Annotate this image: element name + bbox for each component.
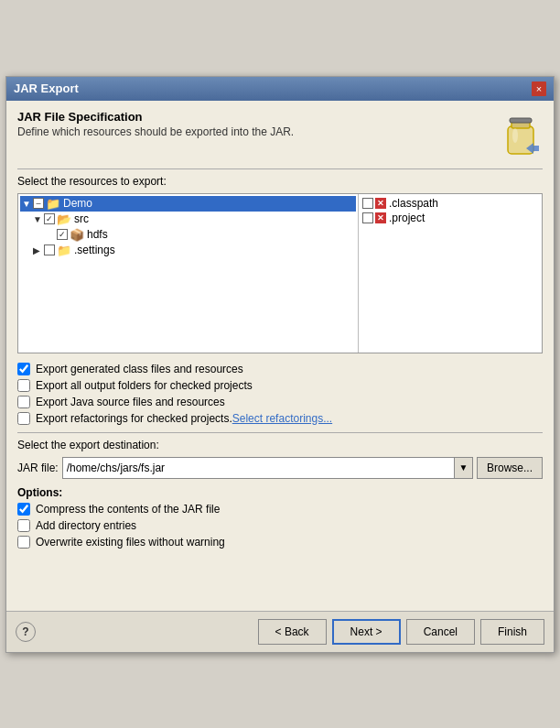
browse-button[interactable]: Browse... [477,457,543,479]
dialog-heading: JAR File Specification [17,110,294,124]
expand-arrow-settings: ▶ [33,245,44,255]
finish-button[interactable]: Finish [480,619,544,645]
header-text: JAR File Specification Define which reso… [17,110,294,138]
label-overwrite: Overwrite existing files without warning [36,536,225,549]
checkbox-classpath[interactable] [362,198,373,209]
checkbox-overwrite[interactable] [17,536,30,549]
options-label: Options: [17,486,543,499]
tree-item-demo[interactable]: ▼ – 📁 Demo [20,196,356,212]
x-icon-project: ✕ [375,212,386,223]
tree-panel-left[interactable]: ▼ – 📁 Demo ▼ ✓ 📂 src ✓ [18,194,359,353]
right-label-classpath: .classpath [389,197,438,210]
checkbox-hdfs[interactable]: ✓ [57,229,68,240]
bottom-buttons: < Back Next > Cancel Finish [258,619,544,645]
jar-icon [499,110,543,161]
tree-label-settings: .settings [74,244,115,256]
jar-file-row: JAR file: ▼ Browse... [17,457,543,479]
svg-rect-2 [510,118,532,123]
bottom-bar: ? < Back Next > Cancel Finish [6,611,554,652]
separator-1 [17,168,543,169]
checkbox-export-refactorings[interactable] [17,412,30,425]
cancel-button[interactable]: Cancel [406,619,475,645]
option-compress: Compress the contents of the JAR file [17,503,543,516]
right-label-project: .project [389,212,425,224]
x-icon-classpath: ✕ [375,198,386,209]
label-export-class-files: Export generated class files and resourc… [36,363,243,375]
checkbox-src[interactable]: ✓ [44,213,55,224]
resources-section: Select the resources to export: ▼ – 📁 De… [17,175,543,353]
checkbox-export-java-source[interactable] [17,396,30,408]
jar-file-input[interactable] [63,458,454,478]
destination-section: Select the export destination: JAR file:… [17,439,543,479]
tree-label-hdfs: hdfs [87,228,108,241]
checkbox-settings[interactable] [44,244,55,255]
option-overwrite: Overwrite existing files without warning [17,536,543,549]
separator-2 [17,432,543,433]
checkbox-export-class-files[interactable] [17,363,30,375]
right-item-classpath[interactable]: ✕ .classpath [361,196,540,211]
tree-item-src[interactable]: ▼ ✓ 📂 src [20,212,356,227]
label-compress: Compress the contents of the JAR file [36,503,220,516]
dialog-subtitle: Define which resources should be exporte… [17,125,294,138]
help-button[interactable]: ? [16,622,36,642]
expand-arrow-src: ▼ [33,214,44,224]
jar-dropdown-button[interactable]: ▼ [454,458,472,478]
tree-item-hdfs[interactable]: ✓ 📦 hdfs [20,227,356,243]
folder-icon-demo: 📁 [46,197,60,211]
tree-panel-right[interactable]: ✕ .classpath ✕ .project [359,194,542,353]
option-export-java-source: Export Java source files and resources [17,396,543,408]
export-checkboxes-section: Export generated class files and resourc… [17,363,543,425]
checkbox-project[interactable] [362,212,373,223]
option-export-class-files: Export generated class files and resourc… [17,363,543,375]
destination-label: Select the export destination: [17,439,543,451]
option-add-directory: Add directory entries [17,519,543,532]
next-button[interactable]: Next > [332,619,401,645]
checkbox-compress[interactable] [17,503,30,516]
checkbox-demo[interactable]: – [33,198,44,209]
title-bar: JAR Export × [6,77,554,101]
option-export-refactorings: Export refactorings for checked projects… [17,412,543,425]
folder-icon-hdfs: 📦 [70,228,84,242]
label-export-java-source: Export Java source files and resources [36,396,225,408]
label-add-directory: Add directory entries [36,519,136,532]
tree-label-src: src [74,212,89,225]
tree-panel-container: ▼ – 📁 Demo ▼ ✓ 📂 src ✓ [17,193,543,353]
jar-options-section: Options: Compress the contents of the JA… [17,486,543,549]
folder-icon-settings: 📁 [57,244,71,257]
label-export-refactorings: Export refactorings for checked projects… [36,412,232,425]
tree-item-settings[interactable]: ▶ 📁 .settings [20,243,356,258]
spacer [6,565,554,611]
jar-export-dialog: JAR Export × JAR File Specification Defi… [5,76,555,653]
option-export-output-folders: Export all output folders for checked pr… [17,379,543,392]
expand-arrow-demo: ▼ [22,199,33,209]
folder-icon-src: 📂 [57,212,71,226]
back-button[interactable]: < Back [258,619,327,645]
tree-label-demo: Demo [63,197,92,210]
close-button[interactable]: × [532,81,546,96]
right-item-project[interactable]: ✕ .project [361,211,540,225]
dialog-title: JAR Export [14,81,79,95]
svg-point-3 [512,128,518,143]
dialog-content: JAR File Specification Define which reso… [6,101,554,565]
jar-input-container: ▼ [62,457,473,479]
label-export-output-folders: Export all output folders for checked pr… [36,379,253,392]
resources-label: Select the resources to export: [17,175,543,188]
select-refactorings-link[interactable]: Select refactorings... [232,412,332,425]
checkbox-export-output-folders[interactable] [17,379,30,392]
jar-file-label: JAR file: [17,462,59,474]
checkbox-add-directory[interactable] [17,519,30,532]
header-section: JAR File Specification Define which reso… [17,110,543,161]
